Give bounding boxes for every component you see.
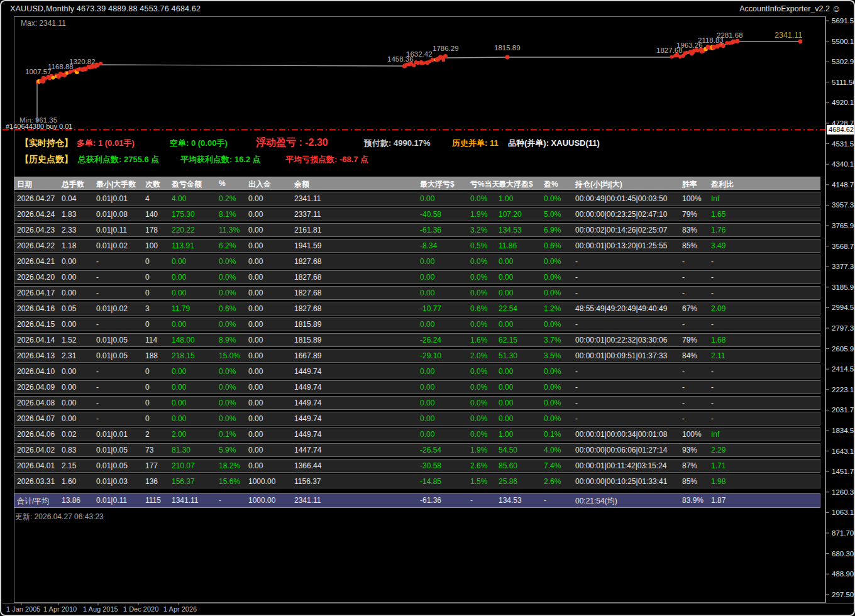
table-cell: 0.0% (544, 367, 561, 376)
table-cell: 0.00 (248, 399, 263, 407)
table-cell: 11.86 (499, 241, 517, 250)
table-cell: 00:00:00|00:06:06|01:27:14 (575, 446, 667, 454)
price-axis-label: 4340.10 (832, 160, 855, 168)
table-cell: 0.00 (62, 320, 76, 329)
table-cell: 1.52 (62, 336, 76, 344)
table-cell: 1.76 (711, 226, 725, 234)
table-cell: 0.6% (219, 304, 236, 313)
table-cell: -26.24 (420, 336, 441, 344)
panel-stat-label: 总获利点数: 2755.6 点 (78, 154, 159, 165)
table-cell: 0.00 (499, 257, 513, 266)
table-cell: 0.0% (219, 414, 236, 423)
table-cell: 84% (682, 351, 697, 360)
table-cell: 0 (145, 320, 150, 329)
table-cell: -30.58 (420, 461, 441, 470)
equity-trade-dot (685, 51, 688, 54)
table-cell: - (96, 273, 99, 282)
table-cell: 1.65 (711, 210, 725, 219)
table-cell: - (575, 414, 578, 423)
table-cell: 0.0% (219, 289, 236, 297)
table-cell: 136 (145, 477, 158, 486)
price-axis-label: 5302.90 (832, 58, 855, 65)
table-cell: 79% (682, 336, 697, 344)
price-axis-label: 1834.50 (832, 427, 855, 434)
table-cell: 0.0% (470, 320, 487, 329)
table-cell: 2.0% (470, 351, 487, 360)
table-cell: 6.9% (544, 226, 561, 234)
table-cell: 0.0% (544, 289, 561, 297)
table-cell: 3.5% (544, 351, 561, 360)
table-cell: 134.53 (499, 226, 522, 234)
table-cell: 100 (145, 241, 158, 250)
table-row: 2026.04.090.00-00.000.0%0.001449.740.000… (14, 380, 820, 394)
table-cell: 0.00 (248, 367, 263, 376)
table-cell: 0.00 (248, 461, 263, 470)
table-cell: 0.00 (499, 289, 513, 297)
table-cell: 1.87 (711, 496, 725, 505)
table-cell: 2.11 (711, 351, 725, 360)
equity-milestone-label: 1786.29 (433, 45, 459, 52)
table-cell: 0.0% (544, 414, 561, 423)
table-cell: - (711, 320, 714, 329)
table-cell: 85.60 (499, 461, 517, 470)
table-cell: 0.01|0.01 (96, 430, 128, 439)
table-cell: 2026.04.24 (17, 210, 55, 219)
table-cell: 0.00 (420, 367, 434, 376)
table-cell: 0.00 (420, 194, 434, 203)
table-cell: 2026.04.14 (17, 336, 55, 344)
table-cell: 0.0% (544, 320, 561, 329)
table-cell: 11.79 (172, 304, 190, 313)
table-cell: 1.00 (499, 194, 513, 203)
table-cell: 93% (682, 446, 697, 454)
table-cell: 2026.04.13 (17, 351, 55, 360)
table-cell: 0.0% (470, 430, 487, 439)
table-cell: 0.00 (62, 257, 76, 266)
table-cell: 0 (145, 383, 150, 392)
table-cell: - (711, 399, 714, 407)
table-cell: - (682, 257, 685, 266)
equity-max-label: Max: 2341.11 (21, 19, 66, 28)
price-axis-label: 5500.10 (832, 38, 855, 45)
table-cell: 0 (145, 257, 150, 266)
table-cell: 0.00 (499, 367, 513, 376)
table-cell: 0.01|0.03 (96, 477, 128, 486)
price-axis-label: 3765.90 (832, 222, 855, 229)
equity-milestone-label: 1815.89 (494, 44, 521, 52)
table-row: 2026.04.132.310.01|0.05188218.1515.0%0.0… (14, 349, 820, 363)
table-cell: 2026.04.09 (17, 383, 55, 392)
table-row: 2026.04.270.040.01|0.0144.000.2%0.002341… (14, 192, 820, 206)
table-cell: 2161.81 (294, 226, 321, 234)
table-cell: 5.0% (544, 210, 561, 219)
mt4-chart-window: XAUUSD,Monthly 4673.39 4889.88 4553.76 4… (0, 0, 855, 616)
table-cell: - (96, 383, 99, 392)
table-cell: 11.3% (219, 226, 240, 234)
table-cell: 6.2% (219, 241, 236, 250)
price-axis-label: 2223.10 (832, 386, 855, 393)
table-header-cell: % (219, 179, 226, 188)
table-cell: - (682, 289, 685, 297)
table-cell: 2.33 (62, 226, 76, 234)
table-cell: 2026.04.15 (17, 320, 55, 329)
table-cell: 0.00 (62, 273, 76, 282)
table-row: 2026.04.160.050.01|0.02311.790.6%0.00182… (14, 302, 820, 316)
table-cell: 0.0% (219, 257, 236, 266)
table-cell: 2026.04.06 (17, 430, 55, 439)
table-cell: 0.0% (470, 399, 487, 407)
table-cell: 00:00:01|00:00:34|00:01:08 (575, 430, 667, 439)
table-cell: 85% (682, 241, 697, 250)
table-cell: 2026.04.21 (17, 257, 55, 266)
price-axis-label: 3957.30 (832, 201, 855, 209)
price-axis-label: 4531.50 (832, 140, 855, 148)
table-cell: 0.00 (248, 241, 263, 250)
table-cell: 188 (145, 351, 158, 360)
table-cell: 3.7% (544, 336, 561, 344)
table-header-cell: 最大浮盈$ (499, 179, 533, 190)
table-cell: 1.83 (62, 210, 76, 219)
equity-trade-dot (99, 62, 103, 65)
table-cell: 175.30 (172, 210, 195, 219)
equity-trade-dot (431, 58, 434, 62)
table-cell: -61.36 (420, 226, 441, 234)
table-cell: 0.00 (248, 194, 263, 203)
open-trade-line-label: #140644380 buy 0.01 (6, 123, 72, 130)
table-cell: 0.6% (470, 304, 487, 313)
